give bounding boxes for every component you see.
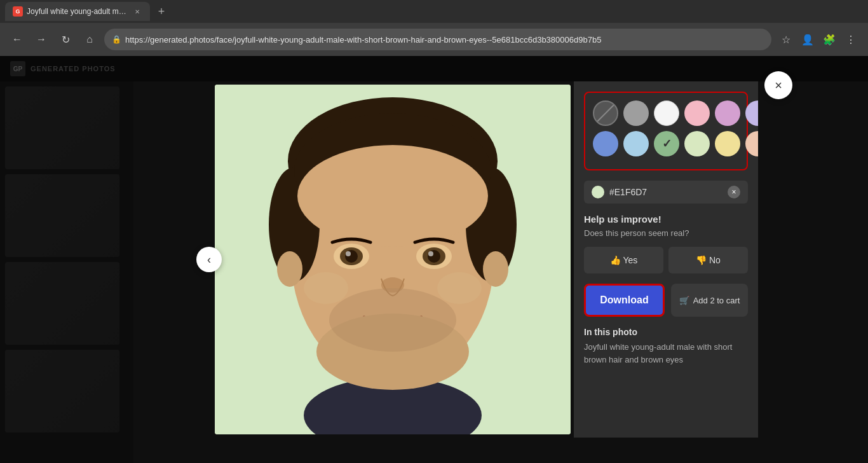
photo-modal: × ‹ [212,81,758,438]
profile-icon[interactable]: 👤 [798,30,817,49]
address-bar[interactable]: 🔒 https://generated.photos/face/joyfull-… [104,29,771,50]
svg-point-19 [277,251,302,287]
nav-bar: ← → ↻ ⌂ 🔒 https://generated.photos/face/… [0,23,868,56]
feedback-title: Help us improve! [584,214,748,225]
swatches-row-1 [593,100,739,126]
download-button[interactable]: Download [584,284,665,317]
photo-display-panel [212,81,574,438]
tab-close-button[interactable]: ✕ [132,6,142,17]
svg-point-16 [428,251,433,256]
action-buttons: Download 🛒 Add 2 to cart [584,284,748,317]
yes-vote-button[interactable]: 👍 Yes [584,247,663,273]
svg-point-8 [297,145,488,247]
feedback-question: Does this person seem real? [584,228,748,238]
nav-right-icons: ☆ 👤 🧩 ⋮ [776,30,860,49]
close-button[interactable]: × [764,71,792,99]
swatch-green-selected[interactable] [654,131,679,156]
swatch-yellow[interactable] [715,131,740,156]
cart-icon: 🛒 [679,296,689,305]
tab-bar: G Joyfull white young-adult male w... ✕ … [0,0,868,23]
swatch-white[interactable] [654,100,679,126]
photo-info-title: In this photo [584,327,748,337]
photo-info-section: In this photo Joyfull white young-adult … [584,327,748,366]
color-preview-dot [592,186,604,198]
refresh-button[interactable]: ↻ [56,30,75,49]
tab-title: Joyfull white young-adult male w... [27,7,128,16]
swatch-light-green[interactable] [684,131,710,156]
svg-point-21 [329,288,456,352]
swatch-lavender[interactable] [745,100,758,126]
swatch-pink[interactable] [684,100,710,126]
svg-point-22 [304,272,348,304]
forward-button[interactable]: → [32,30,51,49]
vote-buttons: 👍 Yes 👎 No [584,247,748,273]
color-hex-value: #E1F6D7 [609,187,722,197]
prev-photo-button[interactable]: ‹ [196,247,222,272]
background-color-picker [584,92,748,170]
swatch-peach[interactable] [745,131,758,156]
lock-icon: 🔒 [112,35,121,44]
swatch-gray[interactable] [623,100,649,126]
swatches-row-2 [593,131,739,156]
add-to-cart-button[interactable]: 🛒 Add 2 to cart [671,284,748,317]
svg-point-20 [483,251,508,287]
url-text: https://generated.photos/face/joyfull-wh… [125,35,601,45]
swatch-blue[interactable] [593,131,618,156]
no-vote-button[interactable]: 👎 No [668,247,748,273]
person-photo [215,85,571,434]
color-hex-input[interactable]: #E1F6D7 × [584,181,748,204]
menu-icon[interactable]: ⋮ [841,30,860,49]
swatch-none[interactable] [593,100,618,126]
extensions-icon[interactable]: 🧩 [820,30,839,49]
new-tab-button[interactable]: + [153,3,170,20]
swatch-light-blue[interactable] [623,131,649,156]
main-content: GP GENERATED PHOTOS × ‹ [0,56,868,463]
controls-panel: #E1F6D7 × Help us improve! Does this per… [574,81,758,438]
svg-point-23 [437,272,482,304]
browser-chrome: G Joyfull white young-adult male w... ✕ … [0,0,868,56]
active-tab[interactable]: G Joyfull white young-adult male w... ✕ [5,2,150,21]
photo-info-description: Joyfull white young-adult male with shor… [584,341,748,366]
svg-point-13 [346,251,351,256]
color-clear-button[interactable]: × [728,186,740,198]
face-svg [215,85,571,434]
swatch-mauve[interactable] [715,100,740,126]
tab-favicon: G [13,6,23,17]
feedback-section: Help us improve! Does this person seem r… [584,214,748,273]
home-button[interactable]: ⌂ [80,30,99,49]
cart-label: Add 2 to cart [693,296,740,305]
back-button[interactable]: ← [8,30,27,49]
bookmark-icon[interactable]: ☆ [776,30,796,49]
